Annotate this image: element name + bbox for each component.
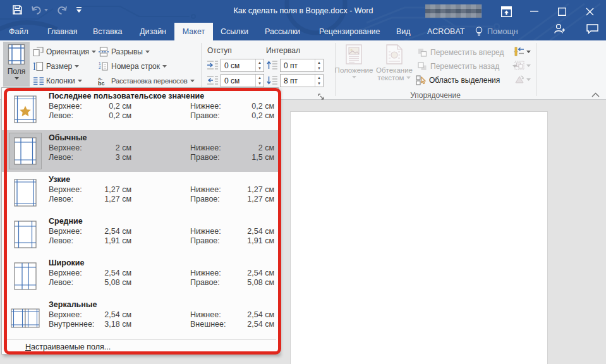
ribbon-tabs: Файл Главная Вставка Дизайн Макет Ссылки… <box>0 23 606 40</box>
margin-preset-icon <box>9 133 42 169</box>
word-window: Как сделать поля в Ворде.docx - Word Фай… <box>0 0 606 364</box>
spinner-buttons[interactable]: ▲▼ <box>255 59 264 71</box>
undo-icon[interactable] <box>32 6 48 15</box>
save-icon[interactable] <box>13 5 22 15</box>
tab-acrobat[interactable]: ACROBAT <box>427 23 465 40</box>
close-button[interactable] <box>580 0 599 23</box>
size-button[interactable]: Размер <box>33 61 79 71</box>
wrap-text-icon <box>386 44 403 64</box>
header: Как сделать поля в Ворде.docx - Word Фай… <box>0 0 606 40</box>
tab-design[interactable]: Дизайн <box>140 23 166 40</box>
line-numbers-button[interactable]: 12 Номера строк <box>98 61 167 71</box>
margin-preset-mirrored[interactable]: Зеркальные Верхнее:2,54 см Нижнее:2,54 с… <box>2 297 278 339</box>
hyphenation-button[interactable]: a-bc Расстановка переносов <box>98 75 195 86</box>
titlebar: Как сделать поля в Ворде.docx - Word <box>0 0 606 23</box>
margin-preset-icon <box>9 174 42 211</box>
spin-down-icon[interactable]: ▼ <box>256 66 264 72</box>
spin-up-icon[interactable]: ▲ <box>315 75 323 81</box>
comments-icon[interactable] <box>586 23 598 40</box>
dropdown-arrow-icon <box>526 51 531 53</box>
group-objects-icon <box>514 61 524 70</box>
spin-up-icon[interactable]: ▲ <box>315 59 323 66</box>
margin-preset-normal-selected[interactable]: Обычные Верхнее:2 см Нижнее:2 см Левое:3… <box>2 130 278 172</box>
spacing-before-field[interactable]: 0 пт ▲▼ <box>280 59 324 72</box>
customize-qat-icon[interactable] <box>76 7 82 13</box>
custom-margins-item[interactable]: Настраиваемые поля... <box>2 341 278 354</box>
tab-layout-active[interactable]: Макет <box>174 23 213 40</box>
columns-button[interactable]: Колонки <box>33 75 82 86</box>
tab-file[interactable]: Файл <box>9 23 28 40</box>
dropdown-arrow-icon <box>78 80 82 82</box>
margin-preset-wide[interactable]: Широкие Верхнее:2,54 см Нижнее:2,54 см Л… <box>2 255 278 297</box>
dropdown-arrow-icon <box>406 76 411 79</box>
group-separator <box>536 43 536 96</box>
indent-left-icon <box>207 59 218 71</box>
preset-title: Средние <box>49 217 83 226</box>
orientation-button[interactable]: Ориентация <box>33 46 96 57</box>
svg-text:bc: bc <box>98 80 105 86</box>
margins-button[interactable]: Поля <box>3 42 30 87</box>
spin-up-icon[interactable]: ▲ <box>256 75 264 81</box>
align-objects-button <box>514 47 531 56</box>
preset-title: Последнее пользовательское значение <box>49 92 204 100</box>
spacing-after-icon <box>266 75 277 86</box>
indent-left-field[interactable]: 0 см ▲▼ <box>221 59 264 72</box>
svg-text:2: 2 <box>99 65 101 70</box>
spinner-buttons[interactable]: ▲▼ <box>255 75 264 87</box>
dropdown-arrow-icon <box>352 76 356 78</box>
document-page[interactable] <box>290 111 548 364</box>
dropdown-arrow-icon <box>526 64 531 67</box>
collapse-ribbon-icon[interactable] <box>591 90 600 99</box>
selection-pane-button[interactable]: Область выделения <box>416 75 500 85</box>
dropdown-arrow-icon <box>15 77 19 80</box>
spacing-before-icon <box>266 59 277 71</box>
columns-icon <box>33 75 44 86</box>
align-icon <box>514 47 524 56</box>
tab-home[interactable]: Главная <box>47 23 78 40</box>
indent-right-field[interactable]: 0 см ▲▼ <box>221 74 264 87</box>
margins-icon <box>6 44 27 65</box>
share-contact-icon[interactable] <box>554 23 566 40</box>
margin-preset-icon <box>9 91 42 128</box>
breaks-button[interactable]: Разрывы <box>98 46 150 57</box>
spin-down-icon[interactable]: ▼ <box>315 66 323 72</box>
menu-separator <box>4 339 276 340</box>
tab-view[interactable]: Вид <box>396 23 411 40</box>
preset-title: Узкие <box>49 175 70 184</box>
quick-access-toolbar <box>13 5 82 15</box>
ribbon-display-options-button[interactable] <box>499 0 514 23</box>
preset-title: Обычные <box>49 133 87 142</box>
redo-icon[interactable] <box>58 6 67 15</box>
margin-preset-icon <box>9 258 42 294</box>
spacing-group-label: Интервал <box>266 46 300 55</box>
dropdown-arrow-icon <box>75 65 79 68</box>
spin-up-icon[interactable]: ▲ <box>256 59 264 66</box>
hyphenation-icon: a-bc <box>98 75 109 86</box>
tab-review[interactable]: Рецензирование <box>319 23 380 40</box>
position-button: Положение <box>336 44 372 78</box>
margins-button-label: Поля <box>8 67 26 76</box>
tab-references[interactable]: Ссылки <box>221 23 248 40</box>
bring-forward-icon <box>417 47 428 58</box>
minimize-button[interactable] <box>524 0 543 23</box>
blurred-account-name <box>425 4 482 18</box>
spinner-buttons[interactable]: ▲▼ <box>315 75 323 87</box>
tab-mailings[interactable]: Рассылки <box>265 23 300 40</box>
spin-down-icon[interactable]: ▼ <box>256 81 264 87</box>
lightbulb-icon <box>475 27 483 37</box>
margin-preset-moderate[interactable]: Средние Верхнее:2,54 см Нижнее:2,54 см Л… <box>2 214 278 255</box>
window-title: Как сделать поля в Ворде.docx - Word <box>152 6 455 15</box>
spin-down-icon[interactable]: ▼ <box>315 81 323 87</box>
spacing-after-field[interactable]: 8 пт ▲▼ <box>280 74 324 87</box>
margin-preset-last-custom[interactable]: Последнее пользовательское значение Верх… <box>2 88 278 130</box>
margin-preset-narrow[interactable]: Узкие Верхнее:1,27 см Нижнее:1,27 см Лев… <box>2 172 278 214</box>
orientation-icon <box>33 46 44 57</box>
tab-insert[interactable]: Вставка <box>93 23 122 40</box>
tab-help[interactable]: Помощн <box>475 23 518 40</box>
maximize-button[interactable] <box>552 0 571 23</box>
dropdown-arrow-icon <box>92 51 96 53</box>
dropdown-arrow-icon <box>526 78 531 81</box>
spinner-buttons[interactable]: ▲▼ <box>315 59 323 71</box>
margin-preset-icon <box>9 216 42 253</box>
arrange-group-label: Упорядочение <box>335 91 536 100</box>
